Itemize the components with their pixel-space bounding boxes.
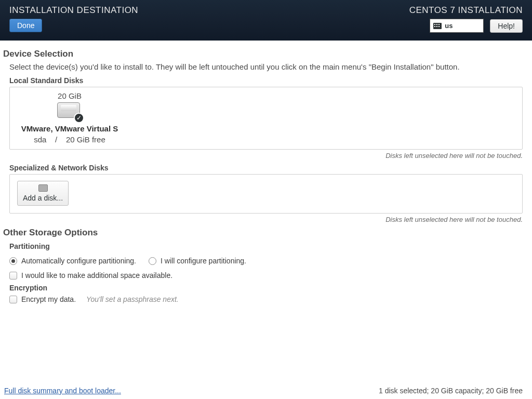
add-disk-icon	[38, 184, 48, 192]
disk-summary-link[interactable]: Full disk summary and boot loader...	[4, 387, 121, 395]
check-icon: ✓	[74, 113, 84, 123]
local-disks-note: Disks left unselected here will not be t…	[3, 152, 523, 159]
network-disks-box: Add a disk...	[9, 174, 523, 214]
disk-subinfo: sda / 20 GiB free	[34, 135, 105, 144]
disk-model: VMware, VMware Virtual S	[21, 124, 118, 133]
selection-summary: 1 disk selected; 20 GiB capacity; 20 GiB…	[379, 387, 523, 395]
manual-partition-label: I will configure partitioning.	[161, 257, 246, 265]
radio-manual-partition[interactable]	[149, 257, 156, 265]
checkbox-make-space[interactable]	[9, 272, 17, 280]
local-disks-heading: Local Standard Disks	[9, 76, 523, 85]
network-disks-note: Disks left unselected here will not be t…	[3, 216, 523, 223]
product-title: CENTOS 7 INSTALLATION	[409, 5, 523, 16]
encryption-heading: Encryption	[9, 284, 523, 292]
done-button[interactable]: Done	[9, 19, 42, 32]
other-storage-heading: Other Storage Options	[3, 228, 523, 238]
network-disks-heading: Specialized & Network Disks	[9, 164, 523, 172]
partitioning-heading: Partitioning	[9, 242, 523, 250]
disk-separator: /	[55, 135, 57, 144]
keyboard-icon	[433, 23, 442, 29]
footer-bar: Full disk summary and boot loader... 1 d…	[4, 387, 523, 395]
manual-partition-option[interactable]: I will configure partitioning.	[149, 257, 246, 265]
auto-partition-option[interactable]: Automatically configure partitioning.	[9, 257, 136, 265]
checkbox-encrypt[interactable]	[9, 296, 17, 303]
auto-partition-label: Automatically configure partitioning.	[21, 257, 136, 265]
disk-device: sda	[34, 135, 46, 144]
encrypt-label: Encrypt my data.	[21, 295, 76, 303]
local-disks-box: 20 GiB ✓ VMware, VMware Virtual S sda / …	[9, 87, 523, 150]
encrypt-hint: You'll set a passphrase next.	[86, 295, 179, 303]
disk-capacity: 20 GiB	[58, 91, 82, 100]
disk-icon-wrap: ✓	[57, 102, 82, 121]
device-selection-instruction: Select the device(s) you'd like to insta…	[9, 62, 523, 71]
add-disk-label: Add a disk...	[23, 194, 63, 202]
disk-tile[interactable]: 20 GiB ✓ VMware, VMware Virtual S sda / …	[15, 91, 124, 144]
radio-auto-partition[interactable]	[9, 257, 17, 265]
make-space-label: I would like to make additional space av…	[21, 271, 172, 280]
make-space-option[interactable]: I would like to make additional space av…	[9, 271, 523, 280]
help-button[interactable]: Help!	[490, 19, 523, 33]
keyboard-layout-label: us	[445, 22, 453, 30]
screen-title: INSTALLATION DESTINATION	[9, 5, 138, 16]
add-disk-button[interactable]: Add a disk...	[17, 181, 69, 206]
device-selection-heading: Device Selection	[3, 49, 523, 59]
disk-free: 20 GiB free	[66, 135, 105, 144]
encrypt-option[interactable]: Encrypt my data. You'll set a passphrase…	[9, 295, 523, 303]
keyboard-layout-indicator[interactable]: us	[430, 19, 484, 33]
top-bar: INSTALLATION DESTINATION Done CENTOS 7 I…	[0, 0, 532, 41]
